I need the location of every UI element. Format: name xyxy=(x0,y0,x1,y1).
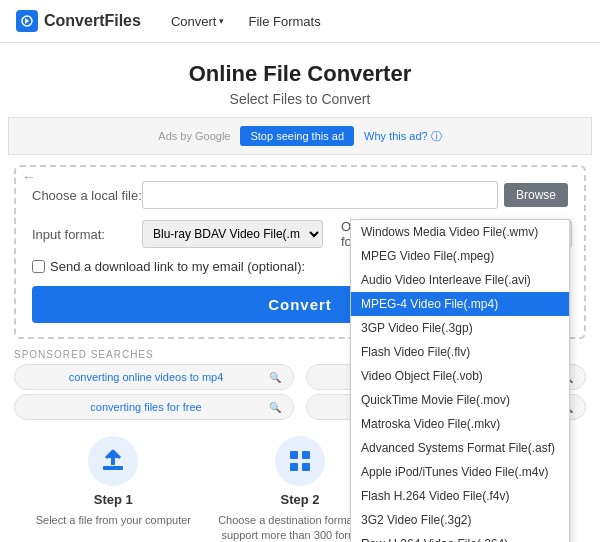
search-pill-3[interactable]: converting files for free 🔍 xyxy=(14,394,294,420)
convert-chevron-icon: ▾ xyxy=(219,16,224,26)
grid-icon xyxy=(287,448,313,474)
file-path-input[interactable] xyxy=(142,181,498,209)
search-icon-3: 🔍 xyxy=(267,399,283,415)
svg-rect-6 xyxy=(112,452,115,465)
email-label: Send a download link to my email (option… xyxy=(50,259,305,274)
local-file-label: Choose a local file: xyxy=(32,188,142,203)
page-title: Online File Converter xyxy=(0,61,600,87)
step-1-title: Step 1 xyxy=(94,492,133,507)
dropdown-item-mkv[interactable]: Matroska Video File(.mkv) xyxy=(351,412,569,436)
main-nav: Convert ▾ File Formats xyxy=(171,14,321,29)
page-subtitle: Select Files to Convert xyxy=(0,91,600,107)
search-text-3: converting files for free xyxy=(25,401,267,413)
svg-rect-9 xyxy=(290,463,298,471)
dropdown-item-flv[interactable]: Flash Video File(.flv) xyxy=(351,340,569,364)
nav-convert[interactable]: Convert ▾ xyxy=(171,14,225,29)
dropdown-item-f4v[interactable]: Flash H.264 Video File(.f4v) xyxy=(351,484,569,508)
step-2-title: Step 2 xyxy=(281,492,320,507)
svg-rect-8 xyxy=(302,451,310,459)
stop-ad-button[interactable]: Stop seeing this ad xyxy=(240,126,354,146)
dropdown-item-vob[interactable]: Video Object File(.vob) xyxy=(351,364,569,388)
dropdown-item-mp4[interactable]: MPEG-4 Video File(.mp4) xyxy=(351,292,569,316)
step-2-icon xyxy=(275,436,325,486)
input-format-select[interactable]: Blu-ray BDAV Video File(.m xyxy=(142,220,323,248)
input-format-label: Input format: xyxy=(32,227,142,242)
converter-box: ← Choose a local file: Browse Input form… xyxy=(14,165,586,339)
svg-rect-7 xyxy=(290,451,298,459)
dropdown-item-3gp[interactable]: 3GP Video File(.3gp) xyxy=(351,316,569,340)
back-arrow-icon[interactable]: ← xyxy=(16,167,42,187)
svg-rect-5 xyxy=(104,467,122,470)
ad-label: Ads by Google xyxy=(158,130,230,142)
dropdown-item-asf[interactable]: Advanced Systems Format File(.asf) xyxy=(351,436,569,460)
nav-file-formats[interactable]: File Formats xyxy=(248,14,320,29)
why-ad-link[interactable]: Why this ad? ⓘ xyxy=(364,129,442,144)
upload-icon xyxy=(100,448,126,474)
file-row: Choose a local file: Browse xyxy=(32,181,568,209)
file-input-group: Browse xyxy=(142,181,568,209)
step-1-desc: Select a file from your computer xyxy=(36,513,191,528)
ad-bar: Ads by Google Stop seeing this ad Why th… xyxy=(8,117,592,155)
dropdown-item-m4v[interactable]: Apple iPod/iTunes Video File(.m4v) xyxy=(351,460,569,484)
dropdown-item-mov[interactable]: QuickTime Movie File(.mov) xyxy=(351,388,569,412)
logo-text: ConvertFiles xyxy=(44,12,141,30)
dropdown-item-mpeg[interactable]: MPEG Video File(.mpeg) xyxy=(351,244,569,268)
dropdown-item-avi[interactable]: Audio Video Interleave File(.avi) xyxy=(351,268,569,292)
email-checkbox[interactable] xyxy=(32,260,45,273)
header: ConvertFiles Convert ▾ File Formats xyxy=(0,0,600,43)
step-1-icon xyxy=(88,436,138,486)
hero-section: Online File Converter Select Files to Co… xyxy=(0,43,600,117)
browse-button[interactable]: Browse xyxy=(504,183,568,207)
step-1: Step 1 Select a file from your computer xyxy=(20,436,207,542)
search-pill-1[interactable]: converting online videos to mp4 🔍 xyxy=(14,364,294,390)
dropdown-item-264[interactable]: Raw H.264 Video File(.264) xyxy=(351,532,569,542)
output-format-dropdown: Windows Media Video File(.wmv) MPEG Vide… xyxy=(350,219,570,542)
svg-rect-10 xyxy=(302,463,310,471)
dropdown-item-3g2[interactable]: 3G2 Video File(.3g2) xyxy=(351,508,569,532)
dropdown-item-wmv[interactable]: Windows Media Video File(.wmv) xyxy=(351,220,569,244)
logo-icon xyxy=(16,10,38,32)
search-icon-1: 🔍 xyxy=(267,369,283,385)
search-text-1: converting online videos to mp4 xyxy=(25,371,267,383)
logo: ConvertFiles xyxy=(16,10,141,32)
